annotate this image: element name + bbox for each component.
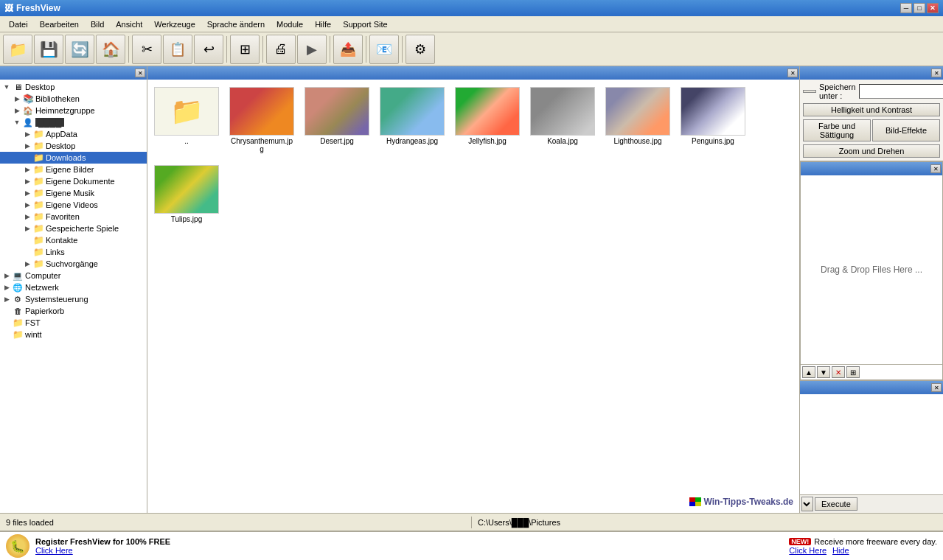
menu-bild[interactable]: Bild bbox=[85, 18, 110, 30]
ad-hide-link[interactable]: Hide bbox=[832, 546, 849, 555]
menu-datei[interactable]: Datei bbox=[3, 18, 34, 30]
thumbnail-jellyfish[interactable]: Jellyfish.jpg bbox=[451, 83, 523, 158]
save-button[interactable]: 💾 bbox=[34, 35, 63, 64]
tree-item-fst[interactable]: 📁 FST bbox=[0, 317, 147, 329]
tree-item-user[interactable]: ▼ 👤 ████ bbox=[0, 116, 147, 128]
tree-item-downloads[interactable]: 📁 Downloads bbox=[0, 152, 147, 164]
rotate-icon: ↩ bbox=[203, 41, 215, 57]
dz-down-button[interactable]: ▼ bbox=[817, 366, 830, 378]
tree-item-eigene-musik[interactable]: ▶ 📁 Eigene Musik bbox=[0, 187, 147, 199]
tree-item-links[interactable]: 📁 Links bbox=[0, 246, 147, 258]
open-folder-button[interactable]: 📁 bbox=[3, 35, 32, 64]
close-button[interactable]: ✕ bbox=[927, 3, 939, 13]
tree-item-systemsteuerung[interactable]: ▶ ⚙ Systemsteuerung bbox=[0, 293, 147, 305]
dz-delete-button[interactable]: ✕ bbox=[832, 366, 845, 378]
center-panel-close[interactable]: ✕ bbox=[787, 69, 798, 77]
menu-werkzeuge[interactable]: Werkzeuge bbox=[148, 18, 201, 30]
rotate-button[interactable]: ↩ bbox=[194, 35, 223, 64]
scissors-button[interactable]: ✂ bbox=[132, 35, 161, 64]
tree-label: Eigene Dokumente bbox=[46, 177, 115, 186]
tree-item-favoriten[interactable]: ▶ 📁 Favoriten bbox=[0, 211, 147, 223]
tree-expand: ▶ bbox=[1, 270, 12, 281]
thumbnail-lighthouse[interactable]: Lighthouse.jpg bbox=[602, 83, 674, 158]
dz-up-button[interactable]: ▲ bbox=[802, 366, 815, 378]
thumbnail-label: Penguins.jpg bbox=[692, 137, 734, 145]
tree-item-heimnetz[interactable]: ▶ 🏠 Heimnetzgruppe bbox=[0, 105, 147, 116]
tree-item-eigene-videos[interactable]: ▶ 📁 Eigene Videos bbox=[0, 199, 147, 211]
drop-zone-close[interactable]: ✕ bbox=[930, 164, 941, 173]
right-panel-close[interactable]: ✕ bbox=[931, 69, 942, 77]
toolbar-sep-6 bbox=[402, 36, 403, 63]
menu-support[interactable]: Support Site bbox=[337, 18, 394, 30]
tree-expand bbox=[1, 329, 12, 340]
tree-item-gespeicherte[interactable]: ▶ 📁 Gespeicherte Spiele bbox=[0, 223, 147, 234]
thumbnail-label: Desert.jpg bbox=[320, 137, 354, 145]
tree-item-bibliotheken[interactable]: ▶ 📚 Bibliotheken bbox=[0, 93, 147, 105]
tree-item-desktop[interactable]: ▶ 📁 Desktop bbox=[0, 140, 147, 152]
slideshow-button[interactable]: ▶ bbox=[297, 35, 327, 64]
minimize-button[interactable]: ─ bbox=[900, 3, 912, 13]
execute-button[interactable]: Execute bbox=[815, 497, 857, 511]
thumbnail-chrysanthemum[interactable]: Chrysanthemum.jpg bbox=[226, 83, 298, 158]
tree-item-eigene-bilder[interactable]: ▶ 📁 Eigene Bilder bbox=[0, 164, 147, 175]
menu-hilfe[interactable]: Hilfe bbox=[309, 18, 337, 30]
right-bottom-close[interactable]: ✕ bbox=[931, 383, 942, 392]
thumbnail-hydrangeas[interactable]: Hydrangeas.jpg bbox=[376, 83, 448, 158]
folder-icon: 📁 bbox=[32, 200, 44, 210]
tree-item-papierkorb[interactable]: 🗑 Papierkorb bbox=[0, 305, 147, 317]
tree-label: Systemsteuerung bbox=[25, 295, 88, 304]
thumbnail-view-button[interactable]: ⊞ bbox=[230, 35, 260, 64]
bild-effekte-button[interactable]: Bild-Effekte bbox=[872, 119, 940, 141]
print-button[interactable]: 🖨 bbox=[266, 35, 296, 64]
folder-icon: 📁 bbox=[32, 153, 44, 163]
thumbnail-image bbox=[605, 87, 670, 136]
tree-item-desktop-root[interactable]: ▼ 🖥 Desktop bbox=[0, 81, 147, 93]
thumbnail-penguins[interactable]: Penguins.jpg bbox=[677, 83, 749, 158]
brightness-contrast-button[interactable]: Helligkeit und Kontrast bbox=[803, 103, 940, 116]
tree-label: Eigene Videos bbox=[46, 200, 98, 209]
ad-click-here-link[interactable]: Click Here bbox=[35, 546, 170, 555]
thumbnail-koala[interactable]: Koala.jpg bbox=[526, 83, 599, 158]
dz-expand-button[interactable]: ⊞ bbox=[846, 366, 860, 378]
export-button[interactable]: 📤 bbox=[333, 35, 363, 64]
ad-right-bottom: Click Here Hide bbox=[789, 546, 937, 555]
menu-ansicht[interactable]: Ansicht bbox=[110, 18, 148, 30]
titlebar: 🖼 FreshView ─ □ ✕ bbox=[0, 0, 943, 16]
tree-item-kontakte[interactable]: 📁 Kontakte bbox=[0, 234, 147, 246]
command-dropdown[interactable] bbox=[801, 497, 813, 511]
thumbnail-dotdot[interactable]: 📁 .. bbox=[150, 83, 223, 158]
clipboard-button[interactable]: 📋 bbox=[163, 35, 192, 64]
drop-zone[interactable]: ✕ Drag & Drop Files Here ... ▲ ▼ ✕ ⊞ bbox=[800, 161, 943, 380]
toolbar-sep-3 bbox=[262, 36, 263, 63]
left-panel-close[interactable]: ✕ bbox=[135, 69, 145, 77]
tree-item-netzwerk[interactable]: ▶ 🌐 Netzwerk bbox=[0, 281, 147, 293]
save-as-input[interactable] bbox=[859, 84, 943, 99]
zoom-rotate-button[interactable]: Zoom und Drehen bbox=[803, 144, 940, 158]
thumbnail-view-icon: ⊞ bbox=[240, 41, 251, 57]
thumbnail-tulips[interactable]: Tulips.jpg bbox=[150, 161, 223, 228]
path-status: C:\Users\███\Pictures bbox=[478, 518, 937, 527]
home-button[interactable]: 🏠 bbox=[96, 35, 125, 64]
tree-item-appdata[interactable]: ▶ 📁 AppData bbox=[0, 128, 147, 140]
tree-item-eigene-dokumente[interactable]: ▶ 📁 Eigene Dokumente bbox=[0, 175, 147, 187]
menu-module[interactable]: Module bbox=[271, 18, 309, 30]
email-button[interactable]: 📧 bbox=[369, 35, 399, 64]
ad-icon: 🐛 bbox=[6, 534, 29, 558]
color-saturation-button[interactable]: Farbe und Sättigung bbox=[803, 119, 871, 141]
folder-icon: 📚 bbox=[22, 94, 34, 104]
ad-right-link[interactable]: Click Here bbox=[789, 546, 827, 555]
tree-item-suchvorgange[interactable]: ▶ 📁 Suchvorgänge bbox=[0, 258, 147, 270]
tree-expand: ▶ bbox=[22, 188, 32, 198]
tree-item-wintt[interactable]: 📁 wintt bbox=[0, 329, 147, 340]
menu-sprache[interactable]: Sprache ändern bbox=[201, 18, 271, 30]
settings-button[interactable]: ⚙ bbox=[406, 35, 435, 64]
status-divider bbox=[471, 517, 472, 528]
refresh-button[interactable]: 🔄 bbox=[65, 35, 94, 64]
tree-item-computer[interactable]: ▶ 💻 Computer bbox=[0, 270, 147, 281]
save-as-button[interactable] bbox=[803, 90, 816, 93]
thumbnail-desert[interactable]: Desert.jpg bbox=[301, 83, 373, 158]
toolbar-sep-1 bbox=[128, 36, 129, 63]
menu-bearbeiten[interactable]: Bearbeiten bbox=[34, 18, 85, 30]
restore-button[interactable]: □ bbox=[914, 3, 925, 13]
drop-zone-controls: ▲ ▼ ✕ ⊞ bbox=[801, 364, 942, 379]
